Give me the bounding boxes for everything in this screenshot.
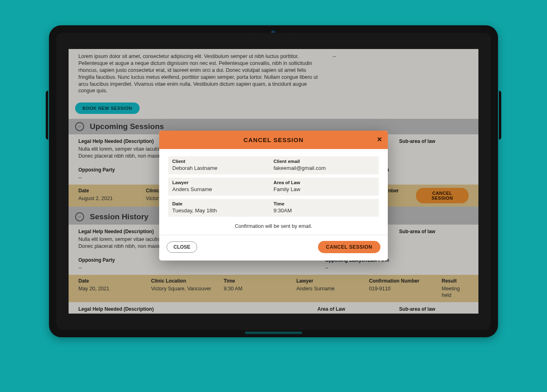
value-opposing-party: -- bbox=[78, 265, 313, 272]
value-time: 9:30AM bbox=[274, 207, 375, 214]
value-lawyer: Anders Surname bbox=[172, 186, 274, 192]
value-confirmation-number: 019-9110 bbox=[369, 285, 442, 292]
label-area-of-law: Area of Law bbox=[318, 306, 387, 312]
label-legal-help: Legal Help Needed (Description) bbox=[78, 306, 305, 312]
value-lawyer: Anders Surname bbox=[296, 285, 369, 292]
chevron-down-icon bbox=[75, 122, 84, 131]
value-opposing-lawyer: -- bbox=[325, 265, 469, 272]
home-indicator bbox=[245, 332, 302, 334]
app-screen: Lorem ipsum dolor sit amet, consectetur … bbox=[69, 49, 478, 314]
tablet-frame: Lorem ipsum dolor sit amet, consectetur … bbox=[49, 25, 498, 337]
cancel-session-button[interactable]: CANCEL SESSION bbox=[416, 188, 469, 203]
label-date: Date bbox=[78, 188, 146, 194]
value-date: Tuesday, May 18th bbox=[172, 207, 274, 214]
value-client: Deborah Lastname bbox=[172, 165, 274, 171]
label-client: Client bbox=[172, 159, 274, 164]
value-time: 9:30 AM bbox=[224, 285, 296, 292]
value-date: August 2, 2021 bbox=[78, 195, 146, 202]
session-history-title: Session History bbox=[90, 212, 149, 221]
value-date: May 20, 2021 bbox=[78, 285, 151, 292]
label-lawyer: Lawyer bbox=[296, 278, 369, 284]
confirmation-note: Confirmation will be sent by email. bbox=[168, 220, 379, 231]
value-client-email: fakeemail@gmail.com bbox=[274, 165, 375, 171]
modal-title: CANCEL SESSION bbox=[166, 136, 381, 143]
chevron-down-icon bbox=[75, 212, 84, 221]
value-area-of-law: Family Law bbox=[274, 186, 375, 192]
intro-text: Lorem ipsum dolor sit amet, consectetur … bbox=[78, 53, 320, 94]
label-time: Time bbox=[224, 278, 296, 284]
history-second-block: Legal Help Needed (Description) Nulla el… bbox=[69, 302, 478, 314]
label-confirmation-number: Confirmation Number bbox=[369, 278, 442, 284]
label-client-email: Client email bbox=[274, 159, 375, 164]
modal-footer: CLOSE CANCEL SESSION bbox=[159, 235, 388, 261]
label-date: Date bbox=[172, 201, 274, 206]
label-time: Time bbox=[274, 201, 375, 206]
label-date: Date bbox=[78, 278, 151, 284]
upcoming-sessions-title: Upcoming Sessions bbox=[90, 122, 164, 131]
intro-block: Lorem ipsum dolor sit amet, consectetur … bbox=[69, 49, 478, 100]
intro-right-value: -- bbox=[333, 53, 336, 94]
close-icon[interactable]: ✕ bbox=[377, 136, 382, 143]
label-clinic-location: Clinic Location bbox=[151, 278, 224, 284]
confirm-cancel-session-button[interactable]: CANCEL SESSION bbox=[318, 241, 380, 253]
label-lawyer: Lawyer bbox=[172, 180, 274, 185]
value-result: Meeting held bbox=[442, 285, 469, 299]
label-sub-area: Sub-area of law bbox=[399, 229, 469, 234]
cancel-session-modal: CANCEL SESSION ✕ Client Deborah Lastname… bbox=[159, 131, 388, 261]
modal-header: CANCEL SESSION ✕ bbox=[159, 131, 388, 149]
modal-body: Client Deborah Lastname Client email fak… bbox=[159, 149, 388, 235]
history-session-row: Date May 20, 2021 Clinic Location Victor… bbox=[69, 275, 478, 303]
close-button[interactable]: CLOSE bbox=[167, 241, 197, 253]
tablet-bezel: Lorem ipsum dolor sit amet, consectetur … bbox=[56, 33, 491, 330]
label-sub-area: Sub-area of law bbox=[399, 138, 469, 144]
value-clinic-location: Victory Square, Vancouver bbox=[151, 285, 224, 292]
label-area-of-law: Area of Law bbox=[274, 180, 375, 185]
label-result: Result bbox=[442, 278, 469, 284]
label-sub-area: Sub-area of law bbox=[399, 306, 469, 312]
book-new-session-button[interactable]: BOOK NEW SESSION bbox=[75, 102, 140, 114]
